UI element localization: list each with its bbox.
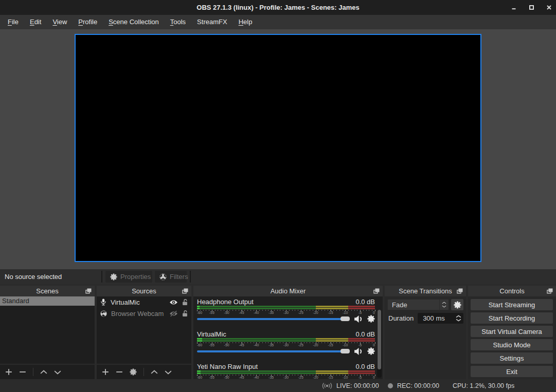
volume-slider[interactable] xyxy=(197,349,350,353)
properties-button[interactable]: Properties xyxy=(105,271,152,283)
visibility-eye-slash-icon[interactable] xyxy=(169,310,178,317)
status-bar: LIVE: 00:00:00 REC: 00:00:00 CPU: 1.2%, … xyxy=(0,379,556,392)
combo-spinner-icon[interactable] xyxy=(439,300,449,310)
remove-source-button[interactable] xyxy=(116,368,123,376)
meter-tick-label: -15 xyxy=(328,343,333,347)
add-scene-button[interactable] xyxy=(5,368,12,376)
channel-gear-icon[interactable] xyxy=(367,347,375,355)
source-row-browser-webcam[interactable]: Browser Webcam xyxy=(97,308,191,319)
minimize-button[interactable] xyxy=(511,5,517,11)
source-properties-gear-icon[interactable] xyxy=(130,368,137,376)
menu-view[interactable]: View xyxy=(47,15,73,29)
filters-label: Filters xyxy=(170,273,188,281)
duration-spinbox[interactable]: 300 ms xyxy=(418,313,463,324)
menu-streamfx[interactable]: StreamFX xyxy=(191,15,233,29)
volume-slider-handle[interactable] xyxy=(340,349,350,353)
menu-help[interactable]: Help xyxy=(233,15,258,29)
popout-icon[interactable] xyxy=(85,288,92,294)
menu-profile[interactable]: Profile xyxy=(73,15,103,29)
meter-tick-label: -30 xyxy=(283,343,289,347)
close-button[interactable] xyxy=(546,5,552,11)
mixer-dock-header[interactable]: Audio Mixer xyxy=(193,286,383,296)
sources-dock: Sources VirtualMic xyxy=(97,286,191,379)
transitions-title: Scene Transitions xyxy=(399,287,452,295)
menu-file[interactable]: File xyxy=(2,15,24,29)
gear-icon xyxy=(110,273,117,281)
popout-icon[interactable] xyxy=(457,288,463,294)
meter-tick-label: -20 xyxy=(313,343,318,347)
mixer-scrollbar[interactable] xyxy=(377,310,382,378)
meter-tick-label: -50 xyxy=(224,376,229,379)
meter-tick-label: -35 xyxy=(268,343,274,347)
sources-dock-header[interactable]: Sources xyxy=(97,286,191,296)
add-source-button[interactable] xyxy=(102,368,109,376)
transition-properties-button[interactable] xyxy=(451,299,463,310)
source-toolbar: No source selected Properties Filters xyxy=(0,269,556,284)
popout-icon[interactable] xyxy=(547,288,553,294)
meter-tick-label: -25 xyxy=(298,311,303,314)
scenes-list: Standard xyxy=(0,296,95,364)
start-streaming-button[interactable]: Start Streaming xyxy=(471,299,553,310)
controls-dock: Controls Start Streaming Start Recording… xyxy=(468,286,556,379)
toolbar-separator xyxy=(190,271,191,283)
scene-down-button[interactable] xyxy=(54,370,61,375)
filters-button[interactable]: Filters xyxy=(155,271,187,283)
meter-tick-label: 0 xyxy=(373,311,375,314)
settings-button[interactable]: Settings xyxy=(471,352,553,364)
sources-toolbar xyxy=(97,364,191,379)
mixer-title: Audio Mixer xyxy=(271,287,306,295)
meter-tick-label: -35 xyxy=(268,311,274,314)
scene-up-button[interactable] xyxy=(40,370,47,375)
menu-scene-collection[interactable]: Scene Collection xyxy=(103,15,165,29)
scene-item-standard[interactable]: Standard xyxy=(0,296,95,306)
transitions-dock-header[interactable]: Scene Transitions xyxy=(385,286,466,296)
volume-slider[interactable] xyxy=(197,316,350,321)
menu-edit[interactable]: Edit xyxy=(24,15,47,29)
meter-tick-label: 0 xyxy=(373,343,375,347)
live-status: LIVE: 00:00:00 xyxy=(321,379,379,392)
meter-tick-label: -20 xyxy=(313,311,318,314)
volume-slider-handle[interactable] xyxy=(340,316,350,321)
filters-icon xyxy=(159,273,167,281)
source-row-virtualmic[interactable]: VirtualMic xyxy=(97,296,191,308)
controls-dock-header[interactable]: Controls xyxy=(468,286,556,296)
channel-db-value: 0.0 dB xyxy=(355,363,375,370)
unlock-icon[interactable] xyxy=(182,310,188,317)
popout-icon[interactable] xyxy=(182,288,188,294)
program-preview-canvas[interactable] xyxy=(75,34,481,262)
source-status-text: No source selected xyxy=(5,269,62,284)
meter-tick-label: -20 xyxy=(313,376,318,379)
speaker-icon[interactable] xyxy=(354,315,363,323)
maximize-button[interactable] xyxy=(528,5,534,11)
scrollbar-thumb[interactable] xyxy=(378,310,381,369)
exit-button[interactable]: Exit xyxy=(471,366,553,377)
mixer-channel-headphone-output: Headphone Output 0.0 dB -60-55-50-45-40-… xyxy=(197,298,375,324)
meter-tick-label: -55 xyxy=(209,376,214,379)
properties-label: Properties xyxy=(120,273,151,281)
meter-tick-label: -55 xyxy=(209,343,214,347)
volume-meter: -60-55-50-45-40-35-30-25-20-15-10-50 xyxy=(197,338,375,346)
remove-scene-button[interactable] xyxy=(19,368,26,376)
transition-selected-value: Fade xyxy=(388,301,439,309)
spinbox-arrows-icon[interactable] xyxy=(454,315,463,322)
studio-mode-button[interactable]: Studio Mode xyxy=(471,339,553,350)
meter-tick-label: -50 xyxy=(224,343,229,347)
mic-icon xyxy=(100,298,106,306)
visibility-eye-icon[interactable] xyxy=(169,299,178,306)
meter-tick xyxy=(375,375,375,376)
window-title: OBS 27.1.3 (linux) - Profile: James - Sc… xyxy=(0,4,556,11)
menu-tools[interactable]: Tools xyxy=(165,15,191,29)
start-recording-button[interactable]: Start Recording xyxy=(471,312,553,324)
speaker-icon[interactable] xyxy=(354,347,363,356)
unlock-icon[interactable] xyxy=(182,299,188,306)
scenes-dock-header[interactable]: Scenes xyxy=(0,286,95,296)
meter-tick-label: -15 xyxy=(328,311,333,314)
source-up-button[interactable] xyxy=(151,370,158,375)
start-virtual-camera-button[interactable]: Start Virtual Camera xyxy=(471,326,553,337)
channel-gear-icon[interactable] xyxy=(367,315,375,323)
meter-tick-label: -40 xyxy=(254,343,259,347)
transition-select[interactable]: Fade xyxy=(387,299,449,310)
source-down-button[interactable] xyxy=(165,370,172,375)
gear-icon xyxy=(454,301,461,309)
popout-icon[interactable] xyxy=(373,288,380,294)
